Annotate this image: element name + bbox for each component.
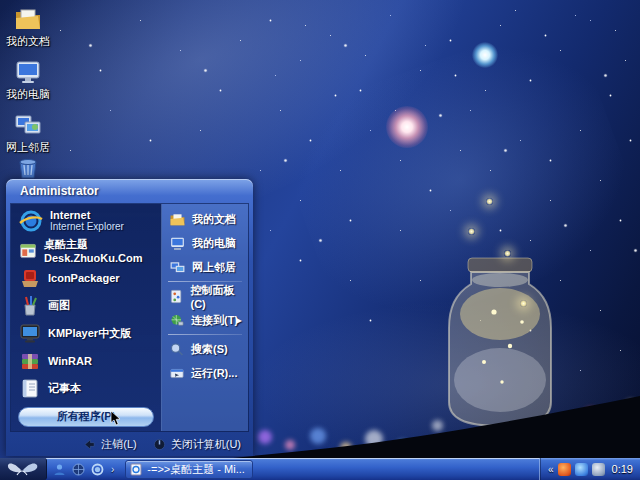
- menu-item-subtitle: Internet Explorer: [50, 221, 124, 233]
- menu-item-title: Internet: [50, 209, 124, 222]
- menu-item-winrar[interactable]: WinRAR: [11, 347, 161, 374]
- turn-off-icon: [153, 438, 166, 451]
- menu-item-iconpackager[interactable]: IconPackager: [11, 265, 161, 292]
- desktop-icon-label: 我的电脑: [6, 87, 50, 102]
- kmplayer-icon: [19, 322, 41, 344]
- search-icon: [169, 342, 185, 357]
- desktop-icon-my-computer[interactable]: 我的电脑: [5, 59, 51, 102]
- menu-separator: [168, 334, 242, 335]
- menu-item-title: 记事本: [48, 381, 81, 396]
- butterfly-logo-icon: [7, 461, 39, 478]
- menu-item-label: 我的电脑: [192, 236, 236, 251]
- menu-item-my-documents[interactable]: 我的文档: [162, 207, 248, 231]
- menu-item-zhuoku-theme[interactable]: 桌酷主题Desk.ZhuoKu.Com: [11, 237, 161, 264]
- all-programs-button[interactable]: 所有程序(P): [18, 407, 154, 427]
- control-panel-icon: [169, 289, 185, 304]
- menu-item-label: 连接到(T): [191, 313, 238, 328]
- turn-off-computer-button[interactable]: 关闭计算机(U): [153, 437, 241, 452]
- my-documents-icon: [169, 212, 186, 227]
- submenu-arrow-icon: ▶: [236, 316, 242, 325]
- my-computer-icon: [169, 236, 186, 251]
- firefly: [486, 198, 493, 205]
- menu-item-title: 桌酷主题Desk.ZhuoKu.Com: [44, 237, 161, 264]
- menu-item-run[interactable]: 运行(R)...: [162, 361, 248, 385]
- my-computer-icon: [14, 59, 42, 85]
- menu-item-notepad[interactable]: 记事本: [11, 375, 161, 402]
- ie-document-icon: [130, 463, 142, 476]
- zhuoku-theme-icon: [19, 240, 37, 262]
- start-menu-places-column: 我的文档 我的电脑: [162, 204, 248, 431]
- menu-item-search[interactable]: 搜索(S): [162, 337, 248, 361]
- volume-icon[interactable]: [592, 463, 605, 476]
- menu-item-connect-to[interactable]: 连接到(T) ▶: [162, 308, 248, 332]
- firefly: [520, 300, 527, 307]
- network-places-icon: [14, 112, 42, 138]
- clock[interactable]: 0:19: [612, 463, 633, 475]
- taskbar: › -=>>桌酷主题 - Mi... « 0:19: [0, 458, 640, 480]
- menu-item-label: 网上邻居: [192, 260, 236, 275]
- menu-item-title: 画图: [48, 298, 70, 313]
- menu-item-label: 我的文档: [192, 212, 236, 227]
- iconpackager-icon: [19, 267, 41, 289]
- quick-launch-overflow-chevron[interactable]: ›: [109, 464, 116, 475]
- system-tray: « 0:19: [539, 458, 640, 480]
- connect-to-icon: [169, 313, 185, 328]
- turn-off-label: 关闭计算机(U): [171, 437, 241, 452]
- menu-item-label: 控制面板(C): [191, 283, 248, 310]
- show-desktop-icon[interactable]: [71, 462, 86, 477]
- menu-item-title: KMPlayer中文版: [48, 326, 131, 341]
- menu-item-title: IconPackager: [48, 272, 120, 284]
- menu-item-label: 运行(R)...: [191, 366, 237, 381]
- notepad-icon: [19, 377, 41, 399]
- firefly: [468, 228, 475, 235]
- network-places-icon: [169, 260, 186, 275]
- recycle-bin-icon: [15, 156, 41, 180]
- tray-collapse-chevron[interactable]: «: [548, 464, 554, 475]
- menu-item-paint[interactable]: 画图: [11, 292, 161, 319]
- start-button[interactable]: [0, 458, 47, 480]
- menu-item-title: WinRAR: [48, 355, 92, 367]
- messenger-blue-icon[interactable]: [575, 463, 588, 476]
- log-off-button[interactable]: 注销(L): [83, 437, 136, 452]
- my-documents-icon: [14, 6, 42, 32]
- paint-icon: [19, 295, 41, 317]
- user-name: Administrator: [20, 184, 99, 198]
- menu-item-control-panel[interactable]: 控制面板(C): [162, 284, 248, 308]
- all-programs-label: 所有程序(P): [57, 409, 116, 424]
- desktop: 我的文档 我的电脑 网上邻居 回收站 Administra: [0, 0, 640, 480]
- start-menu-pinned-column: Internet Internet Explorer 桌酷主题Desk.Zhuo…: [11, 204, 162, 431]
- run-icon: [169, 366, 185, 381]
- menu-item-kmplayer[interactable]: KMPlayer中文版: [11, 320, 161, 347]
- menu-item-internet[interactable]: Internet Internet Explorer: [11, 204, 161, 237]
- start-menu: Administrator Internet Internet Explorer: [6, 179, 253, 456]
- menu-item-network-places[interactable]: 网上邻居: [162, 255, 248, 279]
- desktop-icon-network-places[interactable]: 网上邻居: [5, 112, 51, 155]
- firefly: [504, 250, 511, 257]
- mouse-cursor: [110, 411, 121, 426]
- start-menu-footer: 注销(L) 关闭计算机(U): [6, 432, 253, 456]
- desktop-icon-label: 我的文档: [6, 34, 50, 49]
- pink-star: [386, 106, 428, 148]
- bright-stars: [0, 0, 1, 1]
- start-menu-body: Internet Internet Explorer 桌酷主题Desk.Zhuo…: [10, 203, 249, 432]
- desktop-icon-my-documents[interactable]: 我的文档: [5, 6, 51, 49]
- winrar-icon: [19, 350, 41, 372]
- desktop-icon-label: 网上邻居: [6, 140, 50, 155]
- menu-item-my-computer[interactable]: 我的电脑: [162, 231, 248, 255]
- internet-explorer-icon[interactable]: [90, 462, 105, 477]
- quick-launch-bar: ›: [47, 462, 121, 477]
- taskbar-task-button[interactable]: -=>>桌酷主题 - Mi...: [125, 460, 253, 479]
- log-off-icon: [83, 438, 96, 451]
- app-orange-icon[interactable]: [558, 463, 571, 476]
- log-off-label: 注销(L): [101, 437, 136, 452]
- messenger-icon[interactable]: [52, 462, 67, 477]
- cyan-star: [472, 42, 498, 68]
- start-menu-user: Administrator: [6, 179, 253, 203]
- menu-item-label: 搜索(S): [191, 342, 228, 357]
- internet-explorer-icon: [19, 209, 43, 233]
- task-button-label: -=>>桌酷主题 - Mi...: [147, 462, 245, 477]
